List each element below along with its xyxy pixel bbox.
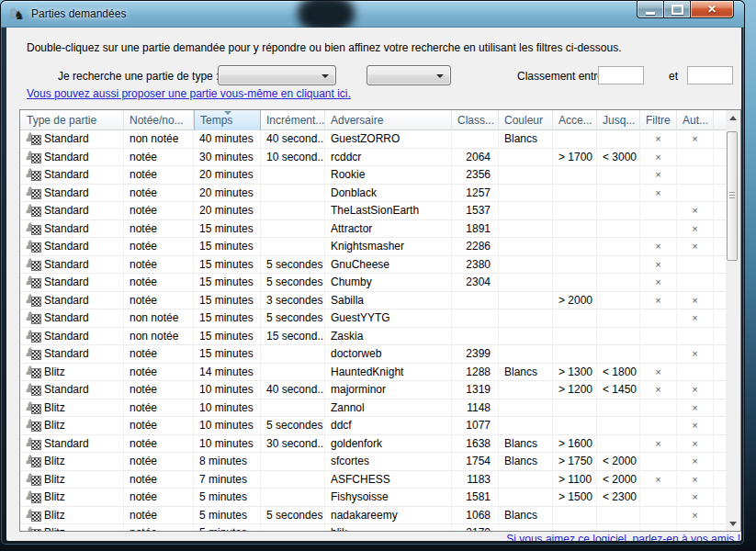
cell bbox=[553, 274, 597, 292]
game-row[interactable]: ♟Standardnotée15 minutes3 secondesSabill… bbox=[20, 292, 728, 310]
cell: > 1300 bbox=[553, 364, 597, 382]
rating-min-input[interactable] bbox=[598, 66, 644, 84]
cell: GnuCheese bbox=[325, 256, 452, 275]
cell bbox=[597, 185, 640, 203]
column-header-3[interactable]: Incrément... bbox=[261, 110, 325, 130]
game-type-select[interactable] bbox=[218, 65, 336, 85]
game-row[interactable]: ♟Standardnon notée40 minutes40 second...… bbox=[20, 130, 728, 149]
maximize-button[interactable] bbox=[664, 1, 690, 18]
cell: 5 secondes bbox=[261, 274, 325, 292]
game-row[interactable]: ♟Standardnotée20 minutesTheLastSionEarth… bbox=[20, 202, 728, 220]
game-row[interactable]: ♟Blitznotée5 minutes5 secondesnadakareem… bbox=[20, 507, 728, 525]
cell: 15 minutes bbox=[194, 328, 261, 346]
cell: < 2000 bbox=[597, 453, 640, 471]
cell: notée bbox=[124, 399, 194, 418]
game-row[interactable]: ♟Blitznotée5 minutesblik2170× bbox=[20, 524, 728, 531]
cell: notée bbox=[124, 292, 194, 310]
column-header-4[interactable]: Adversaire bbox=[325, 110, 452, 130]
cell: > 1200 bbox=[553, 381, 597, 399]
column-header-0[interactable]: Type de partie bbox=[20, 110, 124, 130]
instruction-text: Double-cliquez sur une partie demandée p… bbox=[27, 41, 621, 54]
cell: > 1500 bbox=[553, 489, 597, 507]
cell: 10 minutes bbox=[194, 399, 261, 418]
game-row[interactable]: ♟Blitznotée8 minutessfcortes1754Blancs> … bbox=[20, 453, 728, 471]
game-row[interactable]: ♟Blitznotée5 minutesFishysoisse1581> 150… bbox=[20, 489, 728, 507]
cell: > 1700 bbox=[553, 149, 597, 167]
cell: > 1750 bbox=[553, 453, 597, 471]
cell: × bbox=[677, 507, 714, 525]
game-row[interactable]: ♟Standardnotée10 minutes30 second...gold… bbox=[20, 435, 728, 454]
game-row[interactable]: ♟Standardnotée20 minutesRookie2356× bbox=[20, 166, 728, 185]
cell bbox=[597, 399, 640, 418]
cell: Rookie bbox=[325, 166, 452, 185]
cell: rcddcr bbox=[325, 149, 452, 167]
vertical-scrollbar[interactable] bbox=[726, 110, 740, 531]
minimize-icon bbox=[646, 12, 655, 15]
maximize-icon bbox=[671, 5, 683, 15]
column-header-7[interactable]: Acce... bbox=[553, 110, 597, 130]
game-row[interactable]: ♟Standardnotée15 minutes5 secondesGnuChe… bbox=[20, 256, 728, 275]
cell bbox=[640, 417, 677, 435]
column-header-5[interactable]: Class... bbox=[452, 110, 499, 130]
minimize-button[interactable] bbox=[637, 1, 664, 18]
propose-game-link[interactable]: Vous pouvez aussi proposer une partie vo… bbox=[27, 87, 351, 100]
cell bbox=[553, 507, 597, 525]
column-header-1[interactable]: Notée/no... bbox=[124, 110, 194, 130]
game-row[interactable]: ♟Standardnon notée15 minutes15 second...… bbox=[20, 328, 728, 346]
cell: ♟Blitz bbox=[20, 399, 124, 418]
game-row[interactable]: ♟Blitznotée7 minutesASFCHESS1183> 1100< … bbox=[20, 471, 728, 489]
game-row[interactable]: ♟Standardnotée15 minutesdoctorweb2399× bbox=[20, 345, 728, 364]
share-link[interactable]: Si vous aimez ce logiciel, parlez-en à v… bbox=[506, 533, 740, 541]
column-header-2[interactable]: Temps bbox=[194, 110, 261, 130]
scrollbar-thumb[interactable] bbox=[727, 131, 738, 261]
cell: ♟Standard bbox=[20, 202, 124, 220]
close-button[interactable]: ✕ bbox=[690, 1, 734, 18]
game-row[interactable]: ♟Standardnotée30 minutes10 second...rcdd… bbox=[20, 149, 728, 167]
cell bbox=[553, 202, 597, 220]
column-header-label: Couleur bbox=[504, 114, 543, 127]
game-row[interactable]: ♟Standardnotée15 minutesAttractor1891× bbox=[20, 220, 728, 239]
chess-pawn-board-icon: ♟ bbox=[26, 294, 41, 307]
game-row[interactable]: ♟Standardnon notée15 minutes5 secondesGu… bbox=[20, 309, 728, 328]
game-row[interactable]: ♟Standardnotée20 minutesDonblack1257× bbox=[20, 185, 728, 203]
column-header-8[interactable]: Jusq... bbox=[597, 110, 640, 130]
cell: ♟Standard bbox=[20, 130, 124, 149]
game-row[interactable]: ♟Standardnotée10 minutes40 second...majo… bbox=[20, 381, 728, 399]
cell: 5 minutes bbox=[194, 489, 261, 507]
cell: 1183 bbox=[452, 471, 499, 489]
cell: blik bbox=[325, 524, 452, 531]
cell: notée bbox=[124, 453, 194, 471]
cell bbox=[499, 274, 553, 292]
cell: Fishysoisse bbox=[325, 489, 452, 507]
game-speed-select[interactable] bbox=[367, 65, 451, 85]
title-bar[interactable]: ♘ ♞ Parties demandées bbox=[1, 1, 744, 28]
cell bbox=[597, 202, 640, 220]
cell: notée bbox=[124, 507, 194, 525]
cell: 15 minutes bbox=[194, 292, 261, 310]
game-row[interactable]: ♟Blitznotée10 minutes5 secondesddcf1077× bbox=[20, 417, 728, 435]
cell bbox=[553, 524, 597, 531]
cell: × bbox=[640, 238, 677, 256]
column-header-9[interactable]: Filtre bbox=[640, 110, 677, 130]
scroll-down-button[interactable] bbox=[726, 516, 740, 531]
cell: 8 minutes bbox=[194, 453, 261, 471]
cell: 3 secondes bbox=[261, 292, 325, 310]
cell: Zannol bbox=[325, 399, 452, 418]
cell: 40 second... bbox=[261, 381, 325, 399]
cell: goldenfork bbox=[325, 435, 452, 454]
column-header-label: Type de partie bbox=[27, 114, 96, 127]
game-row[interactable]: ♟Standardnotée15 minutes5 secondesChumby… bbox=[20, 274, 728, 292]
rating-max-input[interactable] bbox=[687, 66, 733, 84]
game-row[interactable]: ♟Blitznotée14 minutesHauntedKnight1288Bl… bbox=[20, 364, 728, 382]
column-header-10[interactable]: Aut... bbox=[677, 110, 714, 130]
chess-pawn-board-icon: ♟ bbox=[26, 311, 41, 324]
game-row[interactable]: ♟Blitznotée10 minutesZannol1148× bbox=[20, 399, 728, 418]
cell: non notée bbox=[124, 130, 194, 149]
cell: × bbox=[677, 471, 714, 489]
cell: 15 minutes bbox=[194, 238, 261, 256]
scroll-up-button[interactable] bbox=[726, 110, 740, 125]
game-row[interactable]: ♟Standardnotée15 minutesKnightsmasher228… bbox=[20, 238, 728, 256]
cell: notée bbox=[124, 489, 194, 507]
cell bbox=[499, 149, 553, 167]
column-header-6[interactable]: Couleur bbox=[499, 110, 553, 130]
